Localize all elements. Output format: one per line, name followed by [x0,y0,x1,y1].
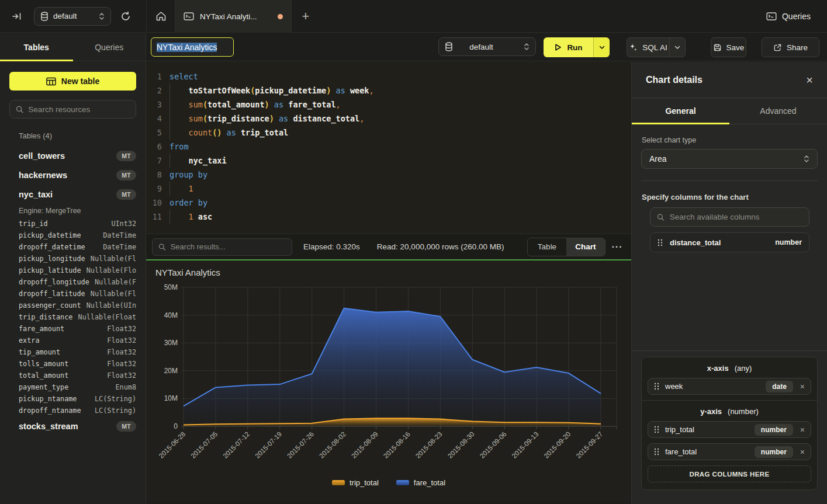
axis-chip-type-badge: number [755,424,793,436]
share-button[interactable]: Share [762,37,819,57]
legend-item-trip_total[interactable]: trip_total [332,478,379,487]
search-results-input[interactable] [171,242,286,251]
top-bar: default NYTaxi Analyti... + Queries [0,0,827,33]
search-icon [158,243,166,251]
tab-general[interactable]: General [632,98,729,124]
new-table-button[interactable]: New table [9,72,136,91]
queries-menu-button[interactable]: Queries [766,0,811,33]
search-columns-input[interactable] [670,213,802,221]
x-axis-tick: 2015-09-06 [479,430,508,460]
chart-type-select[interactable]: Area [641,149,818,169]
table-column-row: dropoff_ntanameLC(String) [19,405,136,416]
run-options-caret[interactable] [593,37,610,57]
tab-nytaxi-analytics[interactable]: NYTaxi Analyti... [175,0,292,33]
tab-advanced[interactable]: Advanced [729,98,827,124]
chart-title: NYTaxi Analytics [155,267,622,283]
sql-ai-button[interactable]: SQL AI [627,37,686,57]
new-tab-button[interactable]: + [292,0,320,33]
axis-configuration-card: x-axis(any)weekdate×y-axis(number)trip_t… [641,357,818,490]
x-axis-tick: 2015-07-26 [286,430,315,460]
axis-chip-fare_total[interactable]: fare_totalnumber× [648,443,811,460]
table-column-row: tolls_amountFloat32 [19,358,136,370]
column-type: Float32 [107,336,136,345]
sidebar-table-stocks_stream[interactable]: stocks_streamMT [19,416,136,436]
column-type: Float32 [107,348,136,356]
sql-editor[interactable]: 1234567891011 select toStartOfWeek(picku… [146,62,631,234]
tables-list: cell_towersMThackernewsMTnyc_taxiMTEngin… [19,146,136,436]
more-options-button[interactable]: ··· [605,242,629,252]
query-title-input[interactable]: NYTaxi Analytics [151,37,234,57]
topbar-database-selector[interactable]: default [34,7,111,26]
column-name: tolls_amount [19,360,68,368]
terminal-tab-icon [184,12,194,21]
view-toggle: TableChart [527,238,605,256]
x-axis-tick: 2015-09-13 [510,430,539,460]
sidebar-tab-tables[interactable]: Tables [0,33,73,61]
line-number: 9 [146,182,169,196]
code-line: nyc_taxi [169,154,631,168]
sql-code[interactable]: select toStartOfWeek(pickup_datetime) as… [169,62,631,234]
search-resources-input[interactable] [28,105,130,114]
column-name: dropoff_ntaname [19,406,81,415]
toolbar-database-selector[interactable]: default [438,37,536,56]
view-toggle-table[interactable]: Table [528,238,566,256]
collapse-sidebar-button[interactable] [6,6,27,27]
column-name: dropoff_longitude [19,278,89,286]
run-button[interactable]: Run [544,37,610,57]
sidebar-tab-queries[interactable]: Queries [73,33,146,61]
line-number: 5 [146,126,169,140]
axis-chip-week[interactable]: weekdate× [648,378,811,395]
drag-handle-icon [654,448,659,456]
tab-title: NYTaxi Analyti... [200,12,272,21]
column-type: LC(String) [95,406,136,415]
home-tab-button[interactable] [147,0,175,33]
legend-item-fare_total[interactable]: fare_total [396,478,445,487]
play-icon [554,43,562,51]
axis-chip-trip_total[interactable]: trip_totalnumber× [648,421,811,438]
axis-chip-name: trip_total [665,425,749,434]
code-line: 1 [169,182,631,196]
save-button[interactable]: Save [711,37,746,57]
drag-columns-drop-zone[interactable]: DRAG COLUMNS HERE [648,465,811,482]
line-number: 4 [146,112,169,126]
axis-name: x-axis [707,364,729,373]
view-toggle-chart[interactable]: Chart [566,238,605,256]
available-column-distance_total[interactable]: distance_totalnumber [650,232,809,252]
remove-icon[interactable]: × [800,382,805,391]
line-number: 1 [146,69,169,84]
x-axis-tick: 2015-09-27 [575,430,604,460]
chevron-updown-icon [524,43,530,51]
y-axis-tick: 40M [164,311,178,319]
remove-icon[interactable]: × [800,425,805,435]
sidebar-table-nyc_taxi[interactable]: nyc_taxiMT [19,185,136,204]
unsaved-changes-dot [278,14,283,19]
table-name: nyc_taxi [19,190,53,199]
legend-label: fare_total [414,478,445,487]
axis-name: y-axis [700,407,722,416]
chevron-down-icon [674,46,680,50]
sql-ai-caret[interactable] [669,38,685,57]
sidebar-table-cell_towers[interactable]: cell_towersMT [19,146,136,165]
x-axis-tick: 2015-08-02 [318,430,347,460]
refresh-button[interactable] [116,6,136,26]
tab-strip: NYTaxi Analyti... + [146,0,320,33]
available-columns-list: distance_totalnumber [632,227,827,252]
y-axis-tick: 10M [164,394,178,402]
code-line: sum(trip_distance) as distance_total, [169,112,631,126]
x-axis-tick: 2015-08-09 [350,430,379,460]
drag-handle-icon [654,426,659,433]
column-name: fare_amount [19,325,64,333]
sidebar-table-hackernews[interactable]: hackernewsMT [19,165,136,185]
sql-console-app: default NYTaxi Analyti... + Queries Tabl… [0,0,827,504]
table-column-row: payment_typeEnum8 [19,381,136,393]
area-chart[interactable]: 010M20M30M40M50M2015-06-282015-07-052015… [155,283,622,475]
remove-icon[interactable]: × [800,447,805,457]
column-name: total_amount [19,371,68,380]
close-icon[interactable]: × [806,74,813,86]
code-line: order by [169,196,631,210]
table-column-row: pickup_longitudeNullable(Fl [19,253,136,265]
divider [632,350,827,351]
column-type: Nullable(Fl [91,255,136,263]
table-engine-badge: MT [116,170,136,180]
line-number: 10 [146,196,169,210]
